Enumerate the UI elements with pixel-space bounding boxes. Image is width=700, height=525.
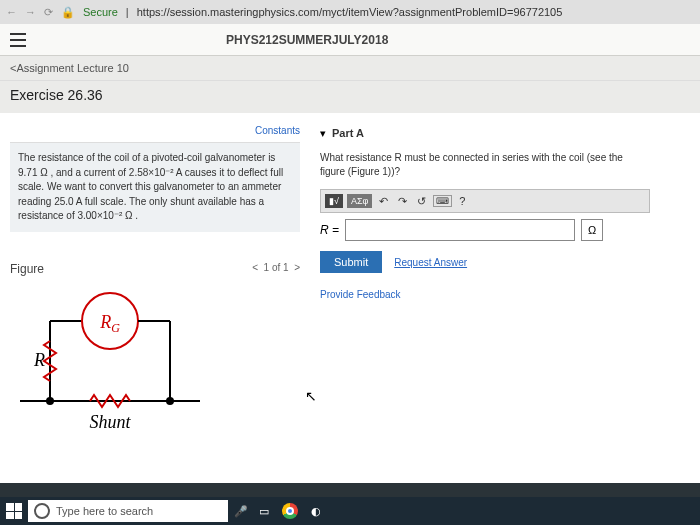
problem-description: The resistance of the coil of a pivoted-… (10, 143, 300, 232)
search-placeholder: Type here to search (56, 505, 153, 517)
main-content: Constants The resistance of the coil of … (0, 113, 700, 483)
answer-input[interactable] (345, 219, 575, 241)
part-a-label: Part A (332, 123, 364, 143)
rg-label: RG (99, 312, 120, 335)
figure-label: Figure < 1 of 1 > (10, 262, 300, 276)
help-icon[interactable]: ? (456, 195, 468, 207)
reset-icon[interactable]: ↺ (414, 195, 429, 208)
url-text[interactable]: https://session.masteringphysics.com/myc… (137, 6, 563, 18)
app-header: PHYS212SUMMERJULY2018 (0, 24, 700, 56)
start-icon[interactable] (6, 503, 22, 519)
circuit-figure: Shunt R RG (10, 286, 210, 436)
forward-icon[interactable]: → (25, 6, 36, 18)
r-label: R (33, 350, 45, 370)
r-equals-label: R = (320, 223, 339, 237)
cortana-icon (34, 503, 50, 519)
format-icon[interactable]: ▮√ (325, 194, 343, 208)
windows-taskbar: Type here to search 🎤 ▭ ◐ (0, 497, 700, 525)
breadcrumb[interactable]: <Assignment Lecture 10 (0, 56, 700, 81)
browser-address-bar: ← → ⟳ 🔒 Secure | https://session.masteri… (0, 0, 700, 24)
taskbar-search[interactable]: Type here to search (28, 500, 228, 522)
unit-label: Ω (581, 219, 603, 241)
constants-link[interactable]: Constants (10, 123, 300, 143)
shunt-label: Shunt (89, 412, 131, 432)
menu-icon[interactable] (10, 33, 26, 47)
greek-icon[interactable]: ΑΣφ (347, 194, 372, 208)
page-title: Exercise 26.36 (0, 81, 700, 113)
course-title: PHYS212SUMMERJULY2018 (226, 33, 388, 47)
figure-pager[interactable]: < 1 of 1 > (252, 262, 300, 273)
chrome-icon[interactable] (280, 501, 300, 521)
figure-heading: Figure (10, 262, 44, 276)
answer-row: R = Ω (320, 219, 650, 241)
reload-icon[interactable]: ⟳ (44, 6, 53, 19)
provide-feedback-link[interactable]: Provide Feedback (320, 289, 650, 300)
redo-icon[interactable]: ↷ (395, 195, 410, 208)
cursor-icon: ↖ (305, 388, 317, 404)
app-icon[interactable]: ◐ (306, 501, 326, 521)
dropdown-caret-icon[interactable]: ▾ (320, 127, 326, 140)
secure-label: Secure (83, 6, 118, 18)
undo-icon[interactable]: ↶ (376, 195, 391, 208)
submit-button[interactable]: Submit (320, 251, 382, 273)
request-answer-link[interactable]: Request Answer (394, 257, 467, 268)
task-view-icon[interactable]: ▭ (254, 501, 274, 521)
back-icon[interactable]: ← (6, 6, 17, 18)
mic-icon[interactable]: 🎤 (234, 505, 248, 518)
lock-icon: 🔒 (61, 6, 75, 19)
keyboard-icon[interactable]: ⌨ (433, 195, 452, 207)
question-text: What resistance R must be connected in s… (320, 145, 650, 189)
answer-toolbar: ▮√ ΑΣφ ↶ ↷ ↺ ⌨ ? (320, 189, 650, 213)
